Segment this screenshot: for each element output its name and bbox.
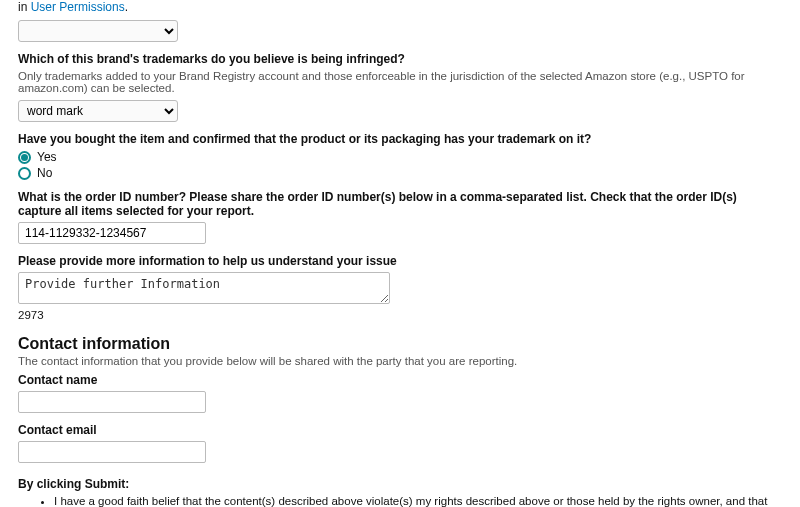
order-id-input[interactable] (18, 222, 206, 244)
contact-subtext: The contact information that you provide… (18, 355, 782, 367)
contact-name-label: Contact name (18, 373, 782, 387)
contact-name-input[interactable] (18, 391, 206, 413)
contact-heading: Contact information (18, 335, 782, 353)
more-info-question: Please provide more information to help … (18, 254, 782, 268)
contact-email-input[interactable] (18, 441, 206, 463)
trademark-helper: Only trademarks added to your Brand Regi… (18, 70, 782, 94)
radio-icon (18, 167, 31, 180)
bought-item-radio-yes[interactable]: Yes (18, 150, 782, 164)
permissions-select[interactable] (18, 20, 178, 42)
char-counter: 2973 (18, 309, 782, 321)
more-info-textarea[interactable]: Provide further Information (18, 272, 390, 304)
order-id-question: What is the order ID number? Please shar… (18, 190, 782, 218)
declaration-heading: By clicking Submit: (18, 477, 782, 491)
bought-item-radio-no[interactable]: No (18, 166, 782, 180)
declaration-list: I have a good faith belief that the cont… (18, 495, 782, 507)
permissions-fragment: in User Permissions. (18, 0, 782, 14)
trademark-select[interactable]: word mark (18, 100, 178, 122)
user-permissions-link[interactable]: User Permissions (31, 0, 125, 14)
radio-icon (18, 151, 31, 164)
contact-email-label: Contact email (18, 423, 782, 437)
radio-no-label: No (37, 166, 52, 180)
bought-item-question: Have you bought the item and confirmed t… (18, 132, 782, 146)
fragment-suffix: . (125, 0, 128, 14)
radio-yes-label: Yes (37, 150, 57, 164)
trademark-question: Which of this brand's trademarks do you … (18, 52, 782, 66)
fragment-prefix: in (18, 0, 31, 14)
declaration-bullet: I have a good faith belief that the cont… (54, 495, 782, 507)
